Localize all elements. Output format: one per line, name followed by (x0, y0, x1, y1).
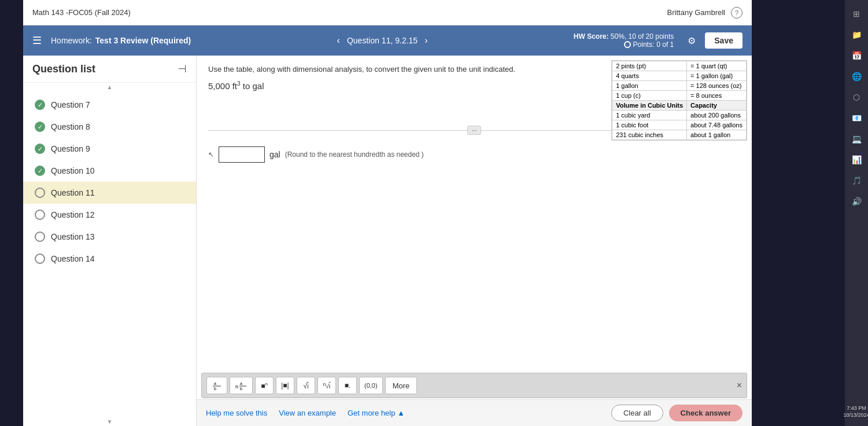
taskbar-clock: 7:43 PM 10/13/2024 (843, 405, 868, 421)
q9-label: Question 9 (51, 144, 90, 153)
answer-input[interactable] (219, 146, 265, 163)
answer-unit-label: gal (269, 150, 280, 159)
question-list: Question 7 Question 8 Question 9 Questio… (23, 91, 196, 417)
mixed-number-button[interactable]: nab (230, 377, 253, 394)
check-answer-button[interactable]: Check answer (669, 405, 743, 421)
question-number: Question 11, 9.2.15 (347, 36, 418, 45)
q8-label: Question 8 (51, 122, 90, 131)
q14-label: Question 14 (51, 254, 95, 263)
answer-section: ↖ gal (Round to the nearest hundredth as… (208, 146, 740, 163)
scroll-up-arrow[interactable]: ▲ (23, 83, 196, 91)
sidebar-item-q9[interactable]: Question 9 (23, 138, 196, 160)
more-help-button[interactable]: Get more help ▲ (348, 409, 405, 417)
hw-score-row: HW Score: 50%, 10 of 20 points (574, 32, 674, 41)
sidebar-item-q7[interactable]: Question 7 (23, 94, 196, 116)
taskbar-icon-9[interactable]: 🎵 (847, 171, 866, 190)
hw-label-group: Homework: Test 3 Review (Required) (51, 36, 191, 45)
save-button[interactable]: Save (705, 32, 743, 49)
clear-all-button[interactable]: Clear all (611, 405, 663, 421)
interval-button[interactable]: (0,0) (359, 377, 383, 394)
taskbar-icon-2[interactable]: 📁 (847, 25, 866, 44)
sidebar-header: Question list ⊣ (23, 56, 196, 83)
q10-label: Question 10 (51, 166, 95, 175)
q9-status-icon (35, 144, 45, 154)
q12-status-icon (35, 210, 45, 220)
bottom-actions: Help me solve this View an example Get m… (197, 399, 752, 426)
ref-row1-right: = 1 quart (qt) (687, 61, 747, 71)
ref-row4-right: = 8 ounces (687, 91, 747, 101)
user-name: Brittany Gambrell (667, 8, 725, 17)
svg-text:b: b (214, 387, 216, 391)
ref-header-left: Volume in Cubic Units (612, 101, 687, 111)
sidebar-item-q13[interactable]: Question 13 (23, 226, 196, 248)
sidebar-item-q12[interactable]: Question 12 (23, 204, 196, 226)
divider-line (208, 130, 467, 131)
hw-score-label: HW Score: (574, 32, 609, 41)
ref-row7-left: 231 cubic inches (612, 130, 687, 140)
taskbar-icon-3[interactable]: 📅 (847, 46, 866, 65)
header-nav: ☰ Homework: Test 3 Review (Required) ‹ Q… (23, 25, 752, 56)
ref-row3-right: = 128 ounces (oz) (687, 81, 747, 91)
q11-label: Question 11 (51, 188, 95, 197)
taskbar-icon-8[interactable]: 📊 (847, 150, 866, 169)
help-me-solve-button[interactable]: Help me solve this (206, 409, 267, 417)
absolute-value-button[interactable]: |■| (276, 377, 294, 394)
sidebar-item-q10[interactable]: Question 10 (23, 160, 196, 182)
ref-row3-left: 1 gallon (612, 81, 687, 91)
hw-score-value: 50%, 10 of 20 points (611, 32, 674, 41)
more-button[interactable]: More (385, 377, 418, 394)
ref-row6-right: about 7.48 gallons (687, 120, 747, 130)
ref-row7-right: about 1 gallon (687, 130, 747, 140)
sidebar-item-q8[interactable]: Question 8 (23, 116, 196, 138)
content-area: 2 pints (pt)= 1 quart (qt) 4 quarts= 1 g… (197, 56, 752, 426)
help-icon[interactable]: ? (731, 7, 743, 19)
svg-text:b: b (240, 387, 242, 391)
settings-icon[interactable]: ⚙ (688, 35, 696, 46)
nthroot-button[interactable]: n√i (317, 377, 336, 394)
q11-status-icon (35, 188, 45, 198)
taskbar-icon-5[interactable]: ⬡ (847, 88, 866, 106)
sqrt-button[interactable]: √i (297, 377, 315, 394)
hamburger-menu[interactable]: ☰ (32, 34, 42, 47)
toolbar-container: ab nab ■n |■| √i (197, 373, 752, 398)
first-question-icon[interactable]: ⊣ (178, 63, 187, 75)
taskbar-icon-10[interactable]: 🔊 (847, 192, 866, 211)
sidebar: Question list ⊣ ▲ Question 7 Question 8 … (23, 56, 197, 426)
nav-center: ‹ Question 11, 9.2.15 › (337, 35, 428, 46)
ref-row1-left: 2 pints (pt) (612, 61, 687, 71)
view-example-button[interactable]: View an example (279, 409, 336, 417)
expand-button[interactable]: ··· (467, 126, 481, 135)
points-circle-icon (624, 41, 631, 48)
next-question-btn[interactable]: › (424, 35, 427, 46)
superscript-button[interactable]: ■n (255, 377, 274, 394)
round-note: (Round to the nearest hundredth as neede… (285, 150, 424, 159)
q10-status-icon (35, 166, 45, 176)
sidebar-item-q14[interactable]: Question 14 (23, 248, 196, 270)
ref-row5-right: about 200 gallons (687, 111, 747, 120)
ref-row4-left: 1 cup (c) (612, 91, 687, 101)
taskbar-icon-4[interactable]: 🌐 (847, 67, 866, 86)
taskbar-icon-1[interactable]: ⊞ (847, 5, 866, 23)
q12-label: Question 12 (51, 210, 95, 219)
scroll-down-arrow[interactable]: ▼ (23, 417, 196, 426)
ref-row6-left: 1 cubic foot (612, 120, 687, 130)
ref-row2-left: 4 quarts (612, 71, 687, 81)
top-bar-right: Brittany Gambrell ? (667, 7, 743, 19)
ref-header-right: Capacity (687, 101, 747, 111)
prev-question-btn[interactable]: ‹ (337, 35, 340, 46)
taskbar-icon-6[interactable]: 📧 (847, 109, 866, 127)
q8-status-icon (35, 122, 45, 132)
toolbar-close-button[interactable]: × (737, 380, 742, 391)
ref-row2-right: = 1 gallon (gal) (687, 71, 747, 81)
q7-status-icon (35, 100, 45, 110)
taskbar-icon-7[interactable]: 💻 (847, 130, 866, 148)
svg-text:a: a (214, 381, 216, 385)
points-value: 0 of 1 (656, 41, 674, 49)
q13-status-icon (35, 232, 45, 242)
fraction-button[interactable]: ab (206, 377, 227, 394)
right-taskbar: ⊞ 📁 📅 🌐 ⬡ 📧 💻 📊 🎵 🔊 7:43 PM 10/13/2024 (845, 0, 868, 426)
decimal-button[interactable]: ■. (338, 377, 357, 394)
toolbar-buttons: ab nab ■n |■| √i (206, 377, 417, 394)
points-row: Points: 0 of 1 (624, 41, 674, 49)
sidebar-item-q11[interactable]: Question 11 (23, 182, 196, 204)
